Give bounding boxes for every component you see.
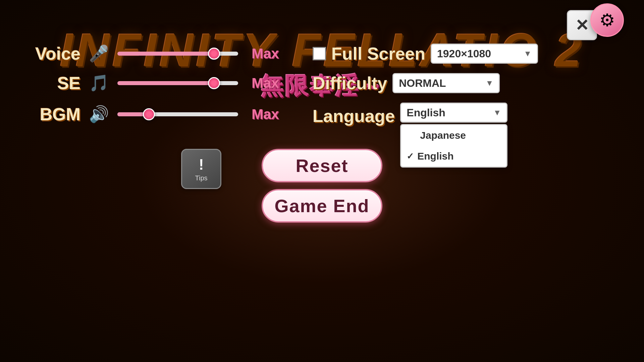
bgm-max-label: Max: [252, 106, 279, 122]
difficulty-dropdown-value: NORMAL: [399, 77, 446, 89]
se-row: SE 🎵 Max Difficulty NORMAL ▼: [27, 73, 617, 93]
difficulty-dropdown[interactable]: NORMAL ▼: [392, 73, 500, 93]
language-chevron-icon: ▼: [493, 108, 501, 117]
se-slider[interactable]: [117, 80, 238, 86]
bgm-icon: 🔊: [87, 105, 111, 124]
tips-label: Tips: [195, 174, 207, 182]
difficulty-label: Difficulty: [313, 73, 387, 93]
fullscreen-dropdown-value: 644×362: [437, 48, 491, 60]
tips-button[interactable]: ! Tips: [181, 149, 221, 189]
language-option-english[interactable]: ✓ English: [401, 146, 506, 167]
voice-label: Voice: [34, 44, 80, 64]
tips-exclamation-icon: !: [199, 156, 204, 173]
voice-slider-thumb[interactable]: [208, 48, 220, 60]
fullscreen-checkbox[interactable]: [313, 47, 326, 60]
language-dropdown[interactable]: English ▼: [400, 103, 507, 123]
language-label: Language: [313, 106, 395, 126]
bgm-slider[interactable]: [117, 111, 238, 118]
bgm-row: BGM 🔊 Max Language English ▼ Japa: [27, 103, 617, 126]
se-slider-thumb[interactable]: [208, 77, 220, 89]
voice-icon: 🎤: [87, 44, 111, 63]
voice-max-label: Max: [252, 46, 279, 62]
language-dropdown-container: English ▼ Japanese ✓ English: [400, 103, 507, 123]
difficulty-chevron-icon: ▼: [485, 78, 493, 88]
fullscreen-dropdown[interactable]: 644×362 ▼: [431, 44, 538, 64]
se-icon: 🎵: [87, 74, 111, 93]
settings-container: Voice 🎤 Max Full Screen 644×362 ▼ SE 🎵…: [27, 44, 617, 223]
voice-row: Voice 🎤 Max Full Screen 644×362 ▼: [27, 44, 617, 64]
voice-slider[interactable]: [117, 50, 238, 57]
language-dropdown-value: English: [407, 107, 445, 119]
se-max-label: Max: [252, 75, 279, 91]
bgm-slider-thumb[interactable]: [143, 108, 155, 120]
buttons-area: ! Tips Reset Game End: [27, 149, 617, 223]
gear-button[interactable]: ⚙: [590, 3, 624, 37]
game-end-button[interactable]: Game End: [262, 189, 382, 223]
se-label: SE: [34, 73, 80, 93]
english-label: English: [417, 150, 453, 162]
english-checkmark: ✓: [407, 151, 414, 162]
language-option-japanese[interactable]: Japanese: [401, 125, 506, 146]
fullscreen-chevron-icon: ▼: [524, 49, 532, 58]
language-dropdown-open: Japanese ✓ English: [400, 124, 507, 168]
reset-button[interactable]: Reset: [262, 149, 382, 182]
bgm-label: BGM: [34, 104, 80, 124]
fullscreen-label: Full Screen: [331, 44, 425, 64]
japanese-label: Japanese: [420, 130, 466, 141]
